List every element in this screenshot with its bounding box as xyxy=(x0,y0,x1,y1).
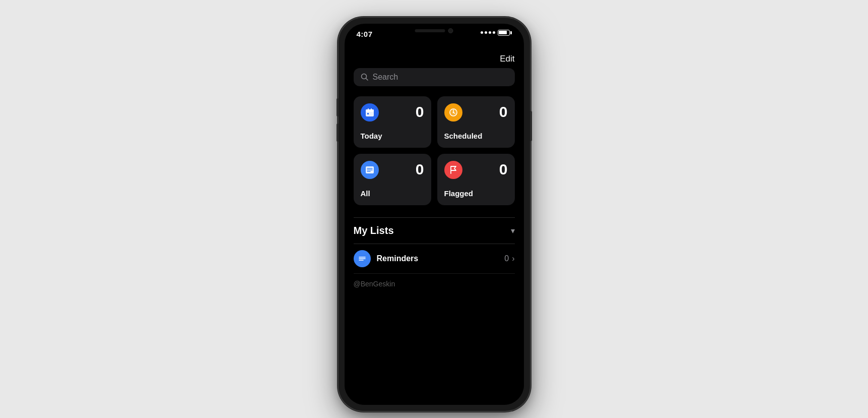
phone-device: 4:07 xyxy=(339,18,530,411)
watermark: @BenGeskin xyxy=(354,274,515,288)
scheduled-icon xyxy=(444,103,462,122)
scheduled-card[interactable]: 0 Scheduled xyxy=(437,96,515,148)
status-time: 4:07 xyxy=(357,30,373,38)
all-icon xyxy=(361,161,379,179)
chevron-right-icon: › xyxy=(512,254,514,263)
flagged-card[interactable]: 0 Flagged xyxy=(437,154,515,205)
today-count: 0 xyxy=(416,103,424,121)
power-button[interactable] xyxy=(530,111,532,141)
svg-rect-3 xyxy=(366,109,374,112)
front-camera xyxy=(448,28,453,33)
search-placeholder: Search xyxy=(373,73,398,82)
status-right-icons xyxy=(481,30,512,36)
phone-screen: 4:07 xyxy=(345,24,524,405)
svg-line-1 xyxy=(366,78,368,80)
reminders-icon xyxy=(354,250,371,267)
all-card[interactable]: 0 All xyxy=(354,154,431,205)
chevron-down-icon[interactable]: ▾ xyxy=(511,226,515,235)
smart-lists-grid: 0 Today xyxy=(354,96,515,205)
reminders-count: 0 xyxy=(504,254,509,263)
reminders-count-area: 0 › xyxy=(504,254,514,263)
flagged-count: 0 xyxy=(499,161,508,178)
list-item-reminders[interactable]: Reminders 0 › xyxy=(354,244,515,274)
battery-icon xyxy=(498,30,512,36)
today-card[interactable]: 0 Today xyxy=(354,96,431,148)
edit-label[interactable]: Edit xyxy=(500,54,514,64)
my-lists-header[interactable]: My Lists ▾ xyxy=(354,225,515,236)
notch xyxy=(395,24,473,38)
volume-down-button[interactable] xyxy=(337,124,339,142)
today-label: Today xyxy=(361,132,382,140)
search-bar[interactable]: Search xyxy=(354,68,515,86)
svg-rect-6 xyxy=(367,113,369,114)
my-lists-section: My Lists ▾ Reminders xyxy=(354,217,515,274)
speaker xyxy=(415,29,445,32)
scheduled-count: 0 xyxy=(499,103,508,121)
today-icon xyxy=(361,103,379,122)
app-content: Edit Search xyxy=(345,46,524,405)
search-icon xyxy=(361,73,369,81)
flagged-icon xyxy=(444,161,462,179)
svg-rect-4 xyxy=(368,108,369,110)
svg-point-11 xyxy=(452,111,454,113)
my-lists-title: My Lists xyxy=(354,225,394,236)
svg-rect-5 xyxy=(371,108,372,110)
reminders-name: Reminders xyxy=(377,254,499,263)
all-count: 0 xyxy=(416,161,424,178)
phone-frame: 4:07 xyxy=(339,18,530,411)
flagged-label: Flagged xyxy=(444,189,474,198)
signal-icon xyxy=(481,31,495,34)
all-label: All xyxy=(361,189,370,198)
volume-up-button[interactable] xyxy=(337,98,339,116)
edit-button-area[interactable]: Edit xyxy=(354,46,515,68)
scheduled-label: Scheduled xyxy=(444,132,483,140)
